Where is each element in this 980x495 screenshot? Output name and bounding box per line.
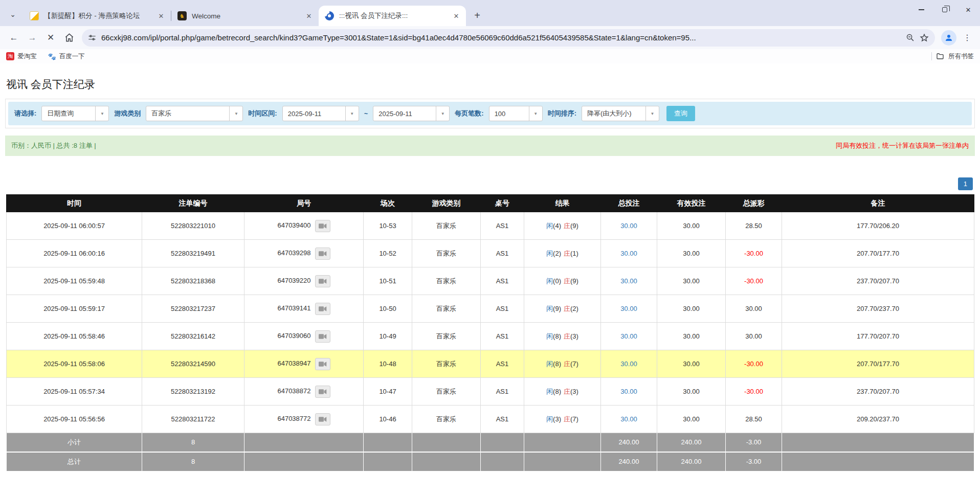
search-button[interactable]: 查询 bbox=[666, 106, 695, 121]
bookmark-label: 爱淘宝 bbox=[17, 52, 37, 61]
time-range-label: 时间区间: bbox=[248, 109, 277, 118]
per-page-select[interactable]: 100 ▼ bbox=[489, 106, 543, 121]
replay-video-icon-button[interactable] bbox=[315, 413, 330, 425]
replay-video-icon-button[interactable] bbox=[315, 330, 330, 343]
cell-game: 百家乐 bbox=[412, 350, 481, 378]
replay-video-icon-button[interactable] bbox=[315, 303, 330, 315]
tab-welcome[interactable]: ♞ Welcome ✕ bbox=[171, 6, 319, 26]
stop-loading-button[interactable]: ✕ bbox=[42, 29, 59, 47]
total-bet-link[interactable]: 30.00 bbox=[620, 277, 637, 285]
cell-valid-bet: 30.00 bbox=[657, 240, 726, 267]
bookmark-baidu[interactable]: 🐾 百度一下 bbox=[48, 52, 85, 61]
cell-session: 10-51 bbox=[364, 267, 412, 295]
cell-total-bet: 30.00 bbox=[601, 267, 657, 295]
restore-button[interactable] bbox=[933, 0, 956, 19]
replay-video-icon-button[interactable] bbox=[315, 275, 330, 287]
total-bet-link[interactable]: 30.00 bbox=[620, 305, 637, 312]
address-bar[interactable]: 66cxkj98.com/ipl/portal.php/game/betreco… bbox=[82, 29, 935, 47]
tab-close-icon[interactable]: ✕ bbox=[157, 11, 166, 20]
tab-forum[interactable]: 【新提醒】积分 - 海燕策略论坛 ✕ bbox=[24, 6, 171, 26]
table-row: 2025-09-11 06:00:16 522803219491 6470392… bbox=[7, 240, 974, 267]
summary-row: 小计 8 240.00 240.00 -3.00 bbox=[7, 433, 974, 452]
cell-result: 闲(8)庄(7) bbox=[524, 350, 601, 378]
replay-video-icon-button[interactable] bbox=[315, 220, 330, 232]
site-settings-icon[interactable] bbox=[88, 34, 96, 42]
tab-close-icon[interactable]: ✕ bbox=[452, 11, 461, 20]
chevron-down-icon: ▼ bbox=[436, 106, 449, 121]
replay-video-icon-button[interactable] bbox=[315, 358, 330, 370]
replay-video-icon-button[interactable] bbox=[315, 248, 330, 260]
forward-button[interactable]: → bbox=[24, 29, 41, 47]
cell-total-bet: 30.00 bbox=[601, 406, 657, 433]
cell-note: 207.70/177.70 bbox=[782, 240, 974, 267]
total-bet-link[interactable]: 30.00 bbox=[620, 415, 637, 423]
new-tab-button[interactable]: + bbox=[470, 8, 484, 22]
total-bet-link[interactable]: 30.00 bbox=[620, 388, 637, 395]
summary-label: 总计 bbox=[7, 452, 142, 471]
cell-game: 百家乐 bbox=[412, 406, 481, 433]
total-bet-link[interactable]: 30.00 bbox=[620, 332, 637, 340]
table-header: 局号 bbox=[244, 195, 364, 212]
filter-panel: 请选择: 日期查询 ▼ 游戏类别 百家乐 ▼ 时间区间: 2025-09-11 … bbox=[5, 99, 975, 128]
zoom-out-icon[interactable] bbox=[906, 33, 915, 42]
cell-result: 闲(3)庄(7) bbox=[524, 406, 601, 433]
round-number: 647039220 bbox=[277, 277, 310, 284]
cell-result: 闲(2)庄(1) bbox=[524, 240, 601, 267]
total-bet-link[interactable]: 30.00 bbox=[620, 250, 637, 257]
chevron-down-icon: ▼ bbox=[345, 106, 359, 121]
replay-video-icon-button[interactable] bbox=[315, 386, 330, 398]
cell-total-bet: 30.00 bbox=[601, 378, 657, 406]
bet-records-table: 时间注单编号局号场次游戏类别桌号结果总投注有效投注总派彩备注 2025-09-1… bbox=[6, 194, 974, 471]
bookmark-star-icon[interactable] bbox=[920, 33, 929, 42]
cell-game: 百家乐 bbox=[412, 240, 481, 267]
cell-session: 10-50 bbox=[364, 295, 412, 323]
cell-table: AS1 bbox=[481, 323, 524, 350]
filter-bar: 请选择: 日期查询 ▼ 游戏类别 百家乐 ▼ 时间区间: 2025-09-11 … bbox=[8, 102, 972, 125]
cell-note: 237.70/207.70 bbox=[782, 267, 974, 295]
cell-session: 10-46 bbox=[364, 406, 412, 433]
total-bet-link[interactable]: 30.00 bbox=[620, 222, 637, 230]
tab-search-chevron-icon[interactable]: ⌄ bbox=[5, 7, 20, 22]
minimize-button[interactable] bbox=[909, 0, 933, 19]
cell-valid-bet: 30.00 bbox=[657, 406, 726, 433]
close-button[interactable]: ✕ bbox=[956, 0, 980, 19]
cell-bet-id: 522803219491 bbox=[142, 240, 244, 267]
total-bet-link[interactable]: 30.00 bbox=[620, 360, 637, 368]
time-sort-select[interactable]: 降幂(由大到小) ▼ bbox=[582, 106, 659, 121]
summary-total-bet: 240.00 bbox=[601, 452, 657, 471]
table-header-row: 时间注单编号局号场次游戏类别桌号结果总投注有效投注总派彩备注 bbox=[7, 195, 974, 212]
profile-avatar[interactable] bbox=[941, 30, 956, 46]
cell-round: 647039141 bbox=[244, 295, 364, 323]
cell-valid-bet: 30.00 bbox=[657, 378, 726, 406]
browser-menu-icon[interactable]: ⋮ bbox=[960, 33, 975, 42]
chevron-down-icon: ▼ bbox=[529, 106, 542, 121]
cell-bet-id: 522803216142 bbox=[142, 323, 244, 350]
round-number: 647039298 bbox=[277, 249, 310, 257]
query-type-select[interactable]: 日期查询 ▼ bbox=[41, 106, 109, 121]
cell-bet-id: 522803221010 bbox=[142, 212, 244, 240]
cell-bet-id: 522803218368 bbox=[142, 267, 244, 295]
summary-valid-bet: 240.00 bbox=[657, 452, 726, 471]
table-row: 2025-09-11 05:59:17 522803217237 6470391… bbox=[7, 295, 974, 323]
page-1-button[interactable]: 1 bbox=[958, 177, 973, 190]
table-header: 注单编号 bbox=[142, 195, 244, 212]
all-bookmarks[interactable]: 所有书签 bbox=[931, 52, 974, 61]
cell-game: 百家乐 bbox=[412, 378, 481, 406]
url-text[interactable]: 66cxkj98.com/ipl/portal.php/game/betreco… bbox=[101, 33, 901, 42]
tab-bet-records-active[interactable]: :::视讯 会员下注纪录::: ✕ bbox=[319, 6, 466, 26]
home-button[interactable] bbox=[60, 29, 78, 47]
round-number: 647038872 bbox=[277, 387, 310, 395]
per-page-label: 每页笔数: bbox=[455, 109, 483, 118]
cell-round: 647039400 bbox=[244, 212, 364, 240]
cell-payout: -30.00 bbox=[726, 378, 782, 406]
player-result: 闲 bbox=[546, 222, 553, 230]
bookmark-taobao[interactable]: 淘 爱淘宝 bbox=[6, 52, 37, 61]
cell-note: 237.70/207.70 bbox=[782, 378, 974, 406]
table-header: 总投注 bbox=[601, 195, 657, 212]
back-button[interactable]: ← bbox=[5, 29, 23, 47]
tab-close-icon[interactable]: ✕ bbox=[304, 11, 314, 20]
bookmark-label: 百度一下 bbox=[59, 52, 85, 61]
date-to-select[interactable]: 2025-09-11 ▼ bbox=[373, 106, 450, 121]
date-from-select[interactable]: 2025-09-11 ▼ bbox=[282, 106, 359, 121]
game-type-select[interactable]: 百家乐 ▼ bbox=[146, 106, 243, 121]
